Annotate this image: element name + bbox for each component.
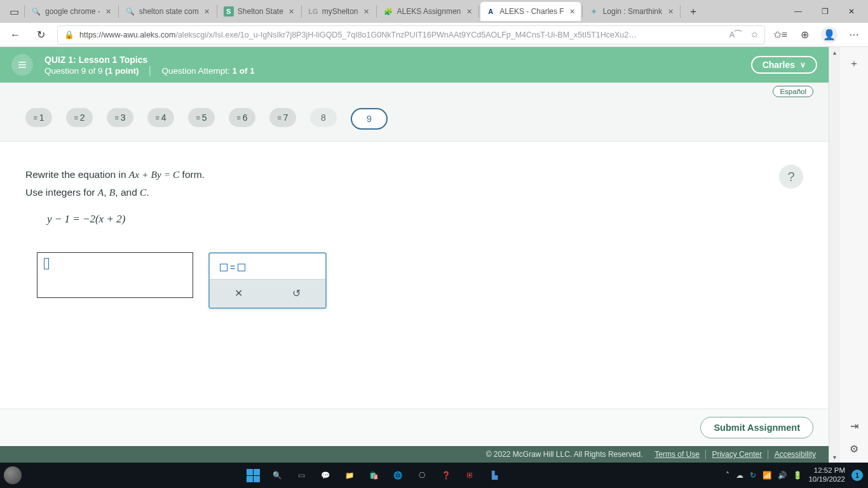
question-pill-1[interactable]: ≡1 [25, 108, 52, 127]
quiz-header: QUIZ 1: Lesson 1 Topics Question 9 of 9 … [0, 47, 829, 83]
back-button[interactable]: ← [6, 26, 24, 44]
browser-tab[interactable]: 🔍 google chrome - ✕ [26, 2, 117, 21]
collections-icon[interactable]: ⊕ [797, 29, 812, 41]
browser-tab[interactable]: 🔍 shelton state com ✕ [120, 2, 215, 21]
close-icon[interactable]: ✕ [287, 7, 296, 16]
site-icon: LG [308, 6, 318, 17]
new-tab-button[interactable]: ＋ [684, 3, 702, 20]
clear-button[interactable]: ✕ [210, 283, 268, 304]
close-icon[interactable]: ✕ [362, 7, 371, 16]
tab-title: Shelton State [238, 7, 283, 16]
menu-icon[interactable]: ⋯ [846, 29, 862, 41]
weather-widget[interactable] [4, 466, 22, 484]
browser-tab[interactable]: A ALEKS - Charles F ✕ [480, 2, 580, 21]
windows-taskbar: 🔍 ▭ 💬 📁 🛍️ 🌐 ⎔ ❓ ⛨ ▙ ˄ ☁ ↻ 📶 🔊 🔋 12:52 P… [0, 463, 868, 488]
close-window-button[interactable]: ✕ [839, 7, 864, 16]
help-button[interactable]: ? [779, 165, 803, 189]
scroll-down-icon[interactable]: ▾ [829, 452, 840, 463]
security-icon[interactable]: ⛨ [463, 468, 478, 483]
sidebar-expand-icon[interactable]: ⇥ [846, 418, 862, 433]
app-icon[interactable]: ⎔ [414, 468, 430, 483]
accessibility-link[interactable]: Accessibility [775, 450, 816, 459]
onedrive-icon[interactable]: ☁ [736, 471, 743, 480]
update-icon[interactable]: ↻ [750, 471, 756, 480]
question-points: (1 point) [105, 66, 139, 76]
question-pill-4[interactable]: ≡4 [147, 108, 174, 127]
close-icon[interactable]: ✕ [666, 7, 675, 16]
app-icon[interactable]: ▙ [487, 468, 502, 483]
scroll-up-icon[interactable]: ▴ [829, 47, 840, 58]
settings-icon[interactable]: ⚙ [846, 441, 862, 456]
terms-link[interactable]: Terms of Use [654, 450, 700, 459]
tab-title: shelton state com [139, 7, 199, 16]
browser-tab[interactable]: ✦ Login : Smarthink ✕ [584, 2, 679, 21]
sidebar-add-icon[interactable]: ＋ [846, 56, 862, 71]
time-text: 12:52 PM [808, 466, 845, 475]
undo-button[interactable]: ↺ [268, 283, 325, 304]
date-text: 10/19/2022 [808, 475, 845, 484]
volume-icon[interactable]: 🔊 [778, 471, 787, 480]
browser-tab[interactable]: S Shelton State ✕ [219, 2, 300, 21]
equals-template-button[interactable]: = [220, 262, 315, 273]
copyright-text: © 2022 McGraw Hill LLC. All Rights Reser… [486, 450, 643, 459]
store-icon[interactable]: 🛍️ [366, 468, 381, 483]
close-icon[interactable]: ✕ [203, 7, 212, 16]
minimize-button[interactable]: — [785, 7, 811, 16]
notification-badge[interactable]: 1 [851, 470, 863, 481]
start-button[interactable] [245, 468, 261, 483]
menu-button[interactable] [11, 54, 33, 76]
user-name: Charles [763, 60, 795, 70]
browser-tab[interactable]: LG myShelton ✕ [303, 2, 375, 21]
vertical-scrollbar[interactable]: ▴ ▾ [829, 47, 840, 463]
url-path: /alekscgi/x/Isl.exe/1o_u-IgNsIkr7j8P3jH-… [175, 30, 636, 39]
close-icon[interactable]: ✕ [465, 7, 473, 16]
clock[interactable]: 12:52 PM 10/19/2022 [808, 466, 845, 484]
attempt-value: 1 of 1 [233, 66, 255, 76]
favorites-bar-icon[interactable]: ✩≡ [773, 29, 788, 41]
close-icon[interactable]: ✕ [104, 7, 113, 16]
reader-mode-icon[interactable]: A⁀ [729, 30, 741, 39]
question-nav: ≡1 ≡2 ≡3 ≡4 ≡5 ≡6 ≡7 8 9 [0, 100, 829, 142]
browser-tab[interactable]: 🧩 ALEKS Assignmen ✕ [378, 2, 478, 21]
file-explorer-icon[interactable]: 📁 [342, 468, 357, 483]
chevron-down-icon: ∨ [800, 60, 806, 69]
site-icon: S [224, 6, 234, 17]
favorite-icon[interactable]: ✩ [751, 30, 758, 39]
question-pill-8[interactable]: 8 [310, 108, 337, 127]
tab-actions-icon[interactable]: ▭ [5, 3, 23, 20]
profile-avatar[interactable]: 👤 [821, 27, 837, 43]
question-pill-7[interactable]: ≡7 [269, 108, 296, 127]
question-pill-9[interactable]: 9 [351, 108, 388, 130]
help-icon[interactable]: ❓ [438, 468, 454, 483]
submit-assignment-button[interactable]: Submit Assignment [700, 417, 813, 438]
search-icon: 🔍 [125, 6, 135, 17]
quiz-title: QUIZ 1: Lesson 1 Topics [44, 55, 255, 65]
espanol-button[interactable]: Español [773, 86, 813, 97]
question-pill-3[interactable]: ≡3 [107, 108, 133, 127]
site-icon: 🧩 [383, 6, 393, 17]
wifi-icon[interactable]: 📶 [763, 471, 771, 480]
address-bar[interactable]: 🔒 https://www-awu.aleks.com/alekscgi/x/I… [57, 25, 765, 44]
aleks-icon: A [485, 6, 496, 17]
edge-sidebar: ＋ ⇥ ⚙ [840, 47, 868, 463]
prompt-text: Rewrite the equation in [25, 169, 129, 180]
task-view-icon[interactable]: ▭ [294, 468, 309, 483]
tab-title: Login : Smarthink [603, 7, 662, 16]
battery-icon[interactable]: 🔋 [793, 471, 802, 480]
chat-icon[interactable]: 💬 [318, 468, 333, 483]
search-icon[interactable]: 🔍 [269, 468, 285, 483]
equation-keypad: = ✕ ↺ [208, 252, 327, 309]
question-pill-2[interactable]: ≡2 [66, 108, 93, 127]
refresh-button[interactable]: ↻ [32, 26, 50, 44]
user-menu[interactable]: Charles ∨ [751, 56, 817, 74]
maximize-button[interactable]: ❐ [812, 7, 837, 16]
chevron-up-icon[interactable]: ˄ [726, 471, 729, 480]
close-icon[interactable]: ✕ [568, 7, 577, 16]
tab-title: myShelton [322, 7, 358, 16]
answer-input[interactable] [37, 252, 193, 298]
privacy-link[interactable]: Privacy Center [712, 450, 762, 459]
edge-icon[interactable]: 🌐 [390, 468, 405, 483]
question-pill-5[interactable]: ≡5 [188, 108, 215, 127]
given-equation: y − 1 = −2(x + 2) [47, 213, 803, 226]
question-pill-6[interactable]: ≡6 [229, 108, 255, 127]
